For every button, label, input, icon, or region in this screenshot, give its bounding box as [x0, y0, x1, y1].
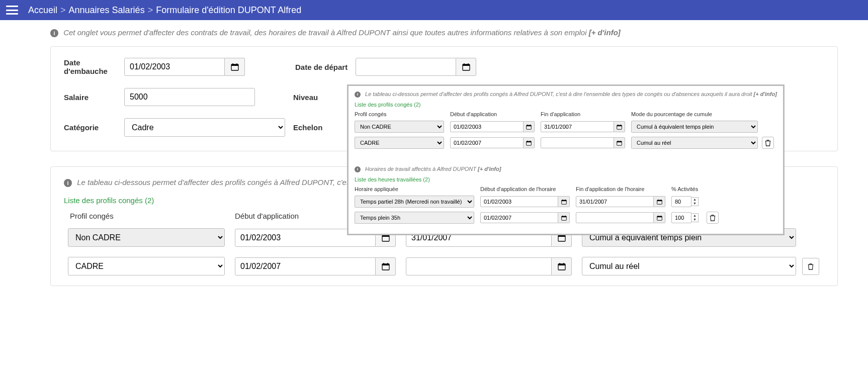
mode-select[interactable]: Cumul au réel	[582, 257, 796, 275]
popup-h-debut-input[interactable]	[480, 196, 558, 207]
popup-mode-select[interactable]: Cumul à équivalent temps plein	[631, 121, 758, 133]
pth-profil: Profil congés	[355, 111, 450, 117]
calendar-button[interactable]	[524, 121, 535, 132]
profil-row: CADRECumul au réel	[64, 252, 824, 281]
info-icon: i	[355, 166, 361, 172]
calendar-button[interactable]	[524, 137, 535, 148]
popup-horaires-info: i Horaires de travail affectés à Alfred …	[355, 166, 777, 172]
delete-button[interactable]	[762, 137, 774, 149]
popup-mode-select[interactable]: Cumul au réel	[631, 137, 758, 149]
pth-mode: Mode du pourcentage de cumule	[631, 111, 777, 117]
trash-icon	[764, 139, 771, 146]
debut-input[interactable]	[235, 257, 376, 275]
pth-debut: Début d'application	[450, 111, 541, 117]
salaire-input[interactable]	[124, 88, 255, 106]
info-text: Cet onglet vous permet d'affecter des co…	[63, 28, 588, 37]
calendar-icon	[657, 215, 662, 221]
calendar-icon	[617, 140, 622, 146]
pct-spinner[interactable]: ▲▼	[691, 213, 699, 222]
echelon-label: Echelon	[293, 123, 354, 132]
popup-profils-list-label[interactable]: Liste des profils congés (2)	[355, 102, 777, 108]
calendar-icon	[462, 63, 470, 71]
trash-icon	[709, 214, 716, 221]
popup-fin-input[interactable]	[541, 121, 614, 132]
popup-pct-input[interactable]	[671, 212, 691, 223]
breadcrumb: Accueil > Annuaires Salariés > Formulair…	[28, 5, 301, 16]
popup-h-fin-input[interactable]	[576, 212, 654, 223]
popup-h-debut-input[interactable]	[480, 212, 558, 223]
popup-profils-more[interactable]: [+ d'info]	[754, 91, 777, 97]
calendar-icon	[382, 262, 390, 270]
calendar-icon	[526, 140, 532, 146]
info-banner: i Cet onglet vous permet d'affecter des …	[50, 28, 838, 37]
pct-spinner[interactable]: ▲▼	[691, 197, 699, 206]
calendar-icon	[231, 63, 239, 71]
date-depart-input[interactable]	[356, 58, 456, 76]
delete-button[interactable]	[707, 212, 719, 224]
calendar-button[interactable]	[558, 212, 570, 223]
info-icon: i	[355, 91, 361, 98]
popup-horaire-select[interactable]: Temps partiel 28h (Mercredi non travaill…	[355, 196, 474, 208]
popup-horaires-list-label[interactable]: Liste des heures travaillées (2)	[355, 176, 777, 182]
calendar-button[interactable]	[558, 196, 570, 207]
menu-icon[interactable]	[6, 6, 18, 15]
popup-profils-info: i Le tableau ci-dessous permet d'affecte…	[355, 91, 777, 98]
popup-horaire-select[interactable]: Temps plein 35h	[355, 212, 474, 224]
breadcrumb-home[interactable]: Accueil	[28, 5, 57, 16]
popup-debut-input[interactable]	[450, 137, 524, 148]
date-embauche-cal-button[interactable]	[225, 58, 245, 76]
profil-select[interactable]: Non CADRE	[68, 228, 225, 247]
categorie-select[interactable]: Cadre	[124, 118, 285, 137]
date-embauche-label: Date d'embauche	[64, 58, 124, 75]
info-more-link[interactable]: [+ d'info]	[589, 28, 621, 37]
calendar-button[interactable]	[654, 196, 665, 207]
breadcrumb-sep: >	[60, 5, 66, 16]
popup-h-fin-input[interactable]	[576, 196, 654, 207]
popup-profils-info-text: Le tableau ci-dessous permet d'affecter …	[365, 91, 754, 97]
popup-debut-input[interactable]	[450, 121, 524, 132]
calendar-icon	[657, 199, 662, 205]
popup-profil-row: CADRECumul au réel	[355, 135, 777, 151]
profils-info-text: Le tableau ci-dessous permet d'affecter …	[77, 178, 352, 187]
info-icon: i	[64, 179, 72, 187]
breadcrumb-sep: >	[148, 5, 153, 16]
calendar-icon	[561, 199, 567, 205]
hth-fin: Fin d'application de l'horaire	[576, 186, 671, 192]
date-depart-cal-button[interactable]	[456, 58, 476, 76]
th-profil: Profil congés	[64, 212, 235, 220]
date-embauche-input[interactable]	[124, 58, 225, 76]
calendar-button[interactable]	[654, 212, 665, 223]
calendar-button[interactable]	[552, 257, 572, 275]
breadcrumb-dir[interactable]: Annuaires Salariés	[69, 5, 145, 16]
popup-profil-row: Non CADRECumul à équivalent temps plein	[355, 119, 777, 135]
fin-input[interactable]	[406, 257, 552, 275]
popup-profil-select[interactable]: Non CADRE	[355, 121, 444, 133]
popup-panel: i Le tableau ci-dessous permet d'affecte…	[347, 84, 785, 235]
info-icon: i	[50, 29, 58, 37]
popup-horaires-info-text: Horaires de travail affectés à Alfred DU…	[365, 166, 478, 172]
popup-horaire-row: Temps partiel 28h (Mercredi non travaill…	[355, 194, 777, 210]
popup-profil-select[interactable]: CADRE	[355, 137, 444, 149]
date-depart-label: Date de départ	[295, 63, 356, 71]
topbar: Accueil > Annuaires Salariés > Formulair…	[0, 0, 868, 20]
trash-icon	[807, 263, 814, 270]
popup-fin-input[interactable]	[541, 137, 614, 148]
calendar-button[interactable]	[614, 137, 625, 148]
calendar-button[interactable]	[376, 257, 396, 275]
pth-fin: Fin d'application	[541, 111, 631, 117]
calendar-icon	[526, 124, 532, 130]
hth-horaire: Horaire appliquée	[355, 186, 480, 192]
calendar-icon	[561, 215, 567, 221]
popup-pct-input[interactable]	[671, 196, 691, 207]
hth-debut: Début d'application de l'horaire	[480, 186, 576, 192]
breadcrumb-current: Formulaire d'édition DUPONT Alfred	[156, 5, 301, 16]
calendar-icon	[558, 262, 566, 270]
calendar-icon	[617, 124, 622, 130]
niveau-label: Niveau	[293, 93, 354, 102]
categorie-label: Catégorie	[64, 123, 124, 132]
popup-horaire-row: Temps plein 35h▲▼	[355, 210, 777, 226]
calendar-button[interactable]	[614, 121, 625, 132]
profil-select[interactable]: CADRE	[68, 257, 225, 275]
delete-button[interactable]	[802, 258, 819, 275]
popup-horaires-more[interactable]: [+ d'info]	[478, 166, 501, 172]
